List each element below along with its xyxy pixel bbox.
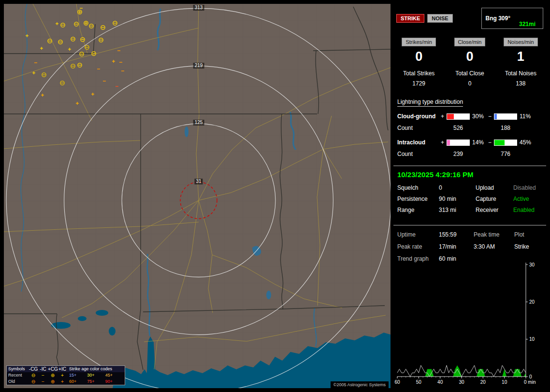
trend-graph: 30201006050403020100 min <box>394 262 545 386</box>
svg-text:50: 50 <box>416 379 422 385</box>
bearing-value: Bng 309° <box>485 15 510 22</box>
distance-value: 321mi <box>515 21 539 28</box>
map[interactable]: 313 219 125 31 Symbols -CG -IC +CG +IC S… <box>4 4 391 388</box>
ic-minus-icon: − <box>38 372 48 378</box>
ic-minus-count: 776 <box>494 151 517 157</box>
map-svg[interactable] <box>4 4 391 388</box>
range-label: Range <box>397 207 439 213</box>
cg-minus-pct: 11% <box>517 113 536 120</box>
strike-series <box>397 365 526 377</box>
legend-age-header: Strike age color codes <box>67 366 123 372</box>
minus-sign: − <box>488 113 494 120</box>
cloud-ground-count-row: Count 526 188 <box>397 122 542 134</box>
trend-chart-svg: 30201006050403020100 min <box>394 262 545 386</box>
legend-old-label: Old <box>8 378 29 385</box>
age-45: 45+ <box>105 372 123 378</box>
plus-sign: + <box>441 113 447 120</box>
cg-plus-bar <box>447 113 470 120</box>
strikes-column: Strikes/min 0 Total Strikes 1729 <box>393 38 444 87</box>
stats-section: Uptime 155:59 Peak time Plot Peak rate 1… <box>393 225 546 263</box>
cg-minus-icon: ⊖ <box>29 378 38 385</box>
strike-legend: Symbols -CG -IC +CG +IC Strike age color… <box>6 365 125 385</box>
plot-value: Strike <box>514 243 542 250</box>
cg-plus-icon: ⊕ <box>48 372 58 378</box>
ic-plus-icon: + <box>58 372 67 378</box>
svg-text:20: 20 <box>480 379 486 385</box>
svg-text:10: 10 <box>502 379 507 385</box>
trend-window-value: 60 min <box>439 255 474 262</box>
close-column: Close/min 0 Total Close 0 <box>444 38 495 87</box>
close-per-min-value: 0 <box>444 49 495 64</box>
total-strikes-value: 1729 <box>393 80 444 87</box>
ring-label-31: 31 <box>194 179 203 184</box>
control-panel: STRIKE NOISE Bng 309° 321mi Strikes/min … <box>393 4 546 388</box>
cg-minus-count: 188 <box>494 125 517 131</box>
strike-button[interactable]: STRIKE <box>396 14 424 23</box>
uptime-value: 155:59 <box>439 231 474 238</box>
cg-minus-icon: ⊖ <box>29 372 38 378</box>
svg-text:10: 10 <box>529 336 535 342</box>
intracloud-count-row: Count 239 776 <box>397 148 542 160</box>
trend-graph-label: Trend graph <box>397 255 439 262</box>
plus-sign: + <box>441 139 447 146</box>
total-close-value: 0 <box>444 80 495 87</box>
persistence-value: 90 min <box>439 196 476 202</box>
peak-rate-value: 17/min <box>439 243 474 250</box>
status-section: Squelch 0 Upload Disabled Persistence 90… <box>393 183 546 219</box>
noises-per-min-value: 1 <box>495 49 546 64</box>
cg-minus-bar <box>494 113 517 120</box>
upload-value: Disabled <box>513 184 542 191</box>
noise-button[interactable]: NOISE <box>427 14 452 23</box>
close-per-min-button[interactable]: Close/min <box>454 38 486 46</box>
svg-text:30: 30 <box>459 379 464 385</box>
svg-text:30: 30 <box>529 262 535 267</box>
total-strikes-label: Total Strikes <box>393 70 444 77</box>
rates-section: Strikes/min 0 Total Strikes 1729 Close/m… <box>393 38 546 87</box>
plot-label: Plot <box>514 231 542 238</box>
svg-text:20: 20 <box>529 299 535 305</box>
legend-col-cg-minus: -CG <box>29 366 38 372</box>
strikes-per-min-button[interactable]: Strikes/min <box>402 38 435 46</box>
legend-col-ic-plus: +IC <box>58 366 67 372</box>
cg-plus-pct: 30% <box>470 113 488 120</box>
noises-per-min-button[interactable]: Noises/min <box>504 38 537 46</box>
total-noises-value: 138 <box>495 80 546 87</box>
total-noises-label: Total Noises <box>495 70 546 77</box>
squelch-label: Squelch <box>397 184 439 191</box>
ic-plus-bar <box>447 140 470 146</box>
age-30: 30+ <box>87 372 105 378</box>
ic-minus-icon: − <box>38 378 48 385</box>
ic-minus-bar <box>494 140 517 146</box>
count-label: Count <box>397 151 441 157</box>
persistence-label: Persistence <box>397 196 439 202</box>
ring-label-125: 125 <box>193 120 204 126</box>
panel-header: STRIKE NOISE Bng 309° 321mi <box>393 4 546 29</box>
noises-column: Noises/min 1 Total Noises 138 <box>495 38 546 87</box>
ic-plus-count: 239 <box>447 151 470 157</box>
peak-time-value: 3:30 AM <box>474 243 514 250</box>
peak-time-label: Peak time <box>474 231 514 238</box>
squelch-value: 0 <box>439 184 476 191</box>
ring-label-219: 219 <box>193 63 204 69</box>
cg-plus-icon: ⊕ <box>48 378 58 385</box>
legend-col-cg-plus: +CG <box>48 366 58 372</box>
svg-text:0 min: 0 min <box>524 379 536 385</box>
legend-col-ic-minus: -IC <box>38 366 48 372</box>
peak-rate-label: Peak rate <box>397 243 439 250</box>
age-60: 60+ <box>69 378 87 385</box>
cg-plus-count: 526 <box>447 125 470 131</box>
datetime: 10/23/2025 4:29:16 PM <box>393 166 546 183</box>
uptime-label: Uptime <box>397 231 439 238</box>
bearing-box: Bng 309° 321mi <box>481 8 543 29</box>
strikes-per-min-value: 0 <box>393 49 444 64</box>
intracloud-label: Intracloud <box>397 139 441 146</box>
county-lines <box>4 4 391 388</box>
total-close-label: Total Close <box>444 70 495 77</box>
cloud-ground-row: Cloud-ground + 30% − 11% <box>397 111 542 122</box>
receiver-value: Enabled <box>513 207 542 213</box>
upload-label: Upload <box>476 184 513 191</box>
ic-plus-icon: + <box>58 378 67 385</box>
ic-plus-pct: 14% <box>470 139 488 146</box>
capture-value: Active <box>513 196 542 202</box>
age-15: 15+ <box>69 372 87 378</box>
